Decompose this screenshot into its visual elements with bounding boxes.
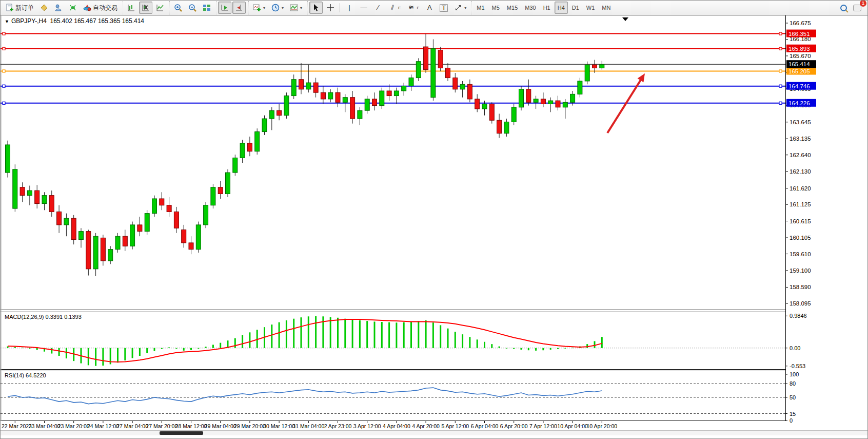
svg-text:160.105: 160.105 <box>790 235 811 241</box>
market-watch-icon <box>40 4 48 12</box>
horizontal-line-tool-button[interactable]: — <box>357 2 370 14</box>
svg-text:23 Mar 20:00: 23 Mar 20:00 <box>58 423 90 429</box>
zoom-in-button[interactable] <box>171 2 185 14</box>
vertical-line-tool-button[interactable]: | <box>343 2 356 14</box>
notifications-button[interactable]: 1 <box>851 2 864 14</box>
svg-text:10 Apr 20:00: 10 Apr 20:00 <box>587 423 618 429</box>
svg-text:3 Apr 12:00: 3 Apr 12:00 <box>353 423 381 429</box>
auto-scroll-icon <box>221 4 229 12</box>
bar-chart-icon <box>127 4 135 12</box>
ohlc-collapse-icon[interactable]: ▼ <box>5 19 9 24</box>
signals-button[interactable] <box>66 2 80 14</box>
candlestick-chart-button[interactable] <box>139 2 152 14</box>
indicators-button[interactable]: ▾ <box>250 2 268 14</box>
signals-icon <box>69 4 77 12</box>
svg-text:28 Mar 12:00: 28 Mar 12:00 <box>175 423 207 429</box>
periods-dropdown-arrow: ▾ <box>282 6 284 10</box>
new-order-icon <box>6 4 14 12</box>
arrows-dropdown-arrow: ▾ <box>464 6 466 10</box>
svg-text:160.615: 160.615 <box>790 218 811 224</box>
timeframe-button-w1[interactable]: W1 <box>583 2 598 14</box>
svg-text:158.590: 158.590 <box>790 284 811 290</box>
text-tool-button[interactable]: A <box>423 2 436 14</box>
chart-shift-icon <box>235 4 243 12</box>
fibonacci-tool-button[interactable]: ≋F <box>404 2 422 14</box>
channel-sub-label: E <box>398 6 401 10</box>
svg-text:165.205: 165.205 <box>788 68 810 74</box>
timeframe-button-d1[interactable]: D1 <box>569 2 582 14</box>
fibonacci-icon: ≋ <box>407 4 415 12</box>
chart-window[interactable]: 166.675166.180165.670165.160164.665164.1… <box>1 15 868 435</box>
timeframe-button-m5[interactable]: M5 <box>489 2 503 14</box>
timeframe-button-m30[interactable]: M30 <box>522 2 539 14</box>
svg-text:80: 80 <box>790 380 796 387</box>
equidistant-channel-icon: ⫽ <box>388 4 397 12</box>
svg-text:165.893: 165.893 <box>788 46 810 52</box>
bar-chart-button[interactable] <box>125 2 138 14</box>
timeframe-button-m1[interactable]: M1 <box>474 2 487 14</box>
svg-text:164.746: 164.746 <box>788 83 810 89</box>
toolbar-group-zoom <box>169 1 215 14</box>
trendline-tool-button[interactable]: ∕ <box>371 2 385 14</box>
tile-windows-button[interactable] <box>200 2 213 14</box>
svg-text:30 Mar 12:00: 30 Mar 12:00 <box>263 423 295 429</box>
channel-tool-button[interactable]: ⫽E <box>386 2 403 14</box>
indicators-dropdown-arrow: ▾ <box>263 6 265 10</box>
tile-windows-icon <box>203 4 211 12</box>
navigator-button[interactable] <box>52 2 65 14</box>
new-order-button[interactable]: 新订单 <box>3 2 36 14</box>
periods-button[interactable]: ▾ <box>269 2 286 14</box>
svg-text:6 Apr 20:00: 6 Apr 20:00 <box>500 423 528 429</box>
svg-text:166.675: 166.675 <box>790 20 811 26</box>
trading-terminal-window: 新订单 自动交易 <box>0 0 868 439</box>
arrows-tool-button[interactable]: ▾ <box>451 2 469 14</box>
label-tool-icon: T <box>440 4 448 12</box>
chart-shift-button[interactable] <box>232 2 246 14</box>
timeframe-button-mn[interactable]: MN <box>599 2 614 14</box>
crosshair-icon <box>326 4 334 12</box>
rsi-indicator-label: RSI(14) 64.5220 <box>5 372 46 378</box>
svg-text:158.095: 158.095 <box>790 300 811 307</box>
trendline-icon: ∕ <box>374 4 382 12</box>
svg-text:23 Mar 04:00: 23 Mar 04:00 <box>29 423 61 429</box>
market-watch-button[interactable] <box>37 2 51 14</box>
timeframe-button-h1[interactable]: H1 <box>540 2 554 14</box>
chart-canvas[interactable]: 166.675166.180165.670165.160164.665164.1… <box>1 15 868 435</box>
svg-text:15: 15 <box>790 411 796 417</box>
symbol-period-label: GBPJPY-,H4 <box>11 17 47 25</box>
svg-text:6 Apr 04:00: 6 Apr 04:00 <box>471 423 499 429</box>
candlestick-chart-icon <box>142 4 150 12</box>
horizontal-scrollbar[interactable] <box>1 430 868 435</box>
svg-text:163.645: 163.645 <box>790 119 811 125</box>
svg-text:0: 0 <box>790 417 793 424</box>
autotrading-button[interactable]: 自动交易 <box>81 2 120 14</box>
crosshair-tool-button[interactable] <box>324 2 337 14</box>
chart-title: ▼GBPJPY-,H4 165.402 165.467 165.365 165.… <box>5 17 144 25</box>
new-order-label: 新订单 <box>15 4 34 12</box>
svg-text:4 Apr 04:00: 4 Apr 04:00 <box>383 423 410 429</box>
svg-text:24 Mar 12:00: 24 Mar 12:00 <box>87 423 119 429</box>
svg-text:-0.553: -0.553 <box>790 363 805 369</box>
svg-text:27 Mar 20:00: 27 Mar 20:00 <box>146 423 177 429</box>
auto-scroll-button[interactable] <box>218 2 231 14</box>
svg-text:164.226: 164.226 <box>788 100 810 106</box>
svg-text:159.610: 159.610 <box>790 251 811 257</box>
horizontal-line-icon: — <box>360 4 368 12</box>
toolbar-group-timeframes: M1M5M15M30H1H4D1W1MN <box>471 1 615 14</box>
search-icon <box>840 5 847 11</box>
svg-text:162.130: 162.130 <box>790 168 811 175</box>
cursor-tool-button[interactable] <box>309 2 323 14</box>
search-button[interactable] <box>838 2 850 14</box>
label-tool-button[interactable]: T <box>437 2 450 14</box>
scrollbar-thumb[interactable] <box>160 431 203 435</box>
line-chart-button[interactable] <box>153 2 167 14</box>
cursor-icon <box>312 4 320 12</box>
svg-text:50: 50 <box>790 394 796 400</box>
timeframe-button-m15[interactable]: M15 <box>504 2 521 14</box>
svg-text:163.135: 163.135 <box>790 136 811 142</box>
zoom-out-icon <box>188 4 196 12</box>
zoom-out-button[interactable] <box>186 2 199 14</box>
templates-button[interactable]: ▾ <box>287 2 305 14</box>
timeframe-button-h4[interactable]: H4 <box>555 2 568 14</box>
arrows-tool-icon <box>454 4 462 12</box>
